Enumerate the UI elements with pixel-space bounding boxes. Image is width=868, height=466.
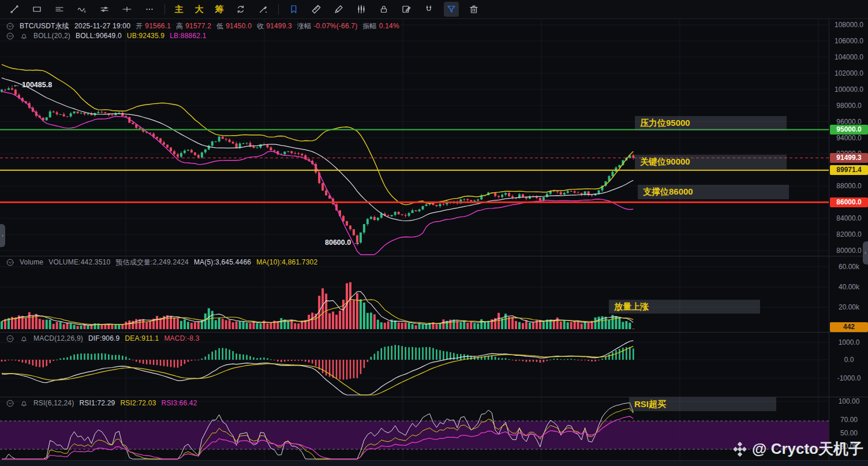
axis-tick: 84000.0 xyxy=(829,214,868,222)
price-badge: 442 xyxy=(830,322,868,332)
header-segment: 91566.1 xyxy=(145,22,171,30)
trash-icon[interactable] xyxy=(466,2,481,17)
cross-line-icon[interactable] xyxy=(119,2,134,17)
axis-tick: 1000.0 xyxy=(829,338,868,346)
header-segment: MACD(12,26,9) xyxy=(33,334,83,342)
header-segment: RSI(6,12,24) xyxy=(33,399,74,407)
price-badge: 95000.0 xyxy=(830,125,868,135)
header-segment: RSI2:72.03 xyxy=(120,399,156,407)
alarm-icon[interactable] xyxy=(20,32,28,40)
header-segment: RSI3:66.42 xyxy=(162,399,197,407)
right-panel-toggle[interactable]: ‹ xyxy=(863,241,868,264)
price-badge: 91499.3 xyxy=(830,153,868,163)
header-segment: RSI1:72.29 xyxy=(79,399,115,407)
big-view-button[interactable]: 大 xyxy=(193,4,205,15)
rsi-overbought-label[interactable]: RSI超买 xyxy=(629,397,776,411)
axis-tick: 20.00k xyxy=(829,303,868,311)
axis-tick: 50.00 xyxy=(829,429,868,437)
axis-tick: 108000.0 xyxy=(829,21,868,29)
header-segment: 振幅 xyxy=(362,21,376,31)
axis-tick: 80000.0 xyxy=(829,247,868,255)
header-segment: BOLL(20,2) xyxy=(33,32,70,40)
support-label[interactable]: 支撑位86000 xyxy=(638,185,789,199)
pane-separator[interactable] xyxy=(0,332,868,333)
toolbar-separator xyxy=(164,4,165,14)
header-segment: 91450.0 xyxy=(226,22,252,30)
time-axis-strip[interactable] xyxy=(0,460,868,466)
pen-icon[interactable] xyxy=(331,2,346,17)
header-segment: 预估成交量:2,249.2424 xyxy=(115,258,189,267)
watermark: @ Crycto天机子 xyxy=(732,439,863,459)
axis-tick: 0.0 xyxy=(829,356,868,364)
main-indicator-button[interactable]: 主 xyxy=(173,4,185,15)
toolbar-separator xyxy=(278,4,279,14)
header-segment: MACD:-8.3 xyxy=(164,334,199,342)
header-segment: 91577.2 xyxy=(185,22,211,30)
axis-tick: 102000.0 xyxy=(829,69,868,77)
axis-tick: 88000.0 xyxy=(829,182,868,190)
collapse-icon[interactable] xyxy=(6,399,14,408)
bookmark-icon[interactable] xyxy=(286,2,301,17)
candles-icon[interactable] xyxy=(354,2,369,17)
header-segment: 低 xyxy=(216,21,223,31)
header-segment: LB:88862.1 xyxy=(170,32,206,40)
collapse-icon[interactable] xyxy=(6,22,14,31)
axis-tick: 100000.0 xyxy=(829,85,868,94)
boll-header: BOLL(20,2)BOLL:90649.0UB:92435.9LB:88862… xyxy=(6,31,207,40)
pattern-lines-icon[interactable] xyxy=(52,2,67,17)
header-segment: Volume xyxy=(20,258,43,266)
header-segment: 2025-11-27 19:00 xyxy=(74,22,130,30)
sliders-icon[interactable] xyxy=(97,2,112,17)
header-segment: 高 xyxy=(176,21,183,31)
low-marker: 80600.0 → xyxy=(325,238,360,247)
chips-button[interactable]: 筹 xyxy=(213,4,226,15)
alarm-icon[interactable] xyxy=(20,399,28,408)
rectangle-icon[interactable] xyxy=(29,2,44,17)
drawing-toolbar: 6主大筹 xyxy=(0,0,868,19)
refresh-icon[interactable] xyxy=(233,2,248,17)
header-segment: 91499.3 xyxy=(266,22,292,30)
magnet-icon[interactable] xyxy=(421,2,436,17)
pane-separator[interactable] xyxy=(0,256,868,256)
high-marker: ← 100485.8 xyxy=(13,81,52,89)
axis-tick: 82000.0 xyxy=(829,230,868,238)
axis-tick: 98000.0 xyxy=(829,102,868,110)
pane-separator xyxy=(0,460,868,461)
lock-icon[interactable] xyxy=(376,2,391,17)
header-segment: 开 xyxy=(136,21,143,31)
trend-line-icon[interactable] xyxy=(7,2,22,17)
volume-header: VolumeVOLUME:442.3510预估成交量:2,249.2424MA(… xyxy=(6,258,317,267)
collapse-icon[interactable] xyxy=(6,258,14,267)
header-segment: BOLL:90649.0 xyxy=(76,32,122,40)
header-segment: VOLUME:442.3510 xyxy=(48,258,110,266)
collapse-icon[interactable] xyxy=(6,32,14,40)
svg-text:6: 6 xyxy=(84,10,85,13)
brush-icon[interactable] xyxy=(256,2,271,17)
note-edit-icon[interactable] xyxy=(399,2,414,17)
ruler-icon[interactable] xyxy=(309,2,324,17)
more-icon[interactable] xyxy=(142,2,157,17)
chart-svg[interactable] xyxy=(0,19,829,460)
axis-tick: 70.00 xyxy=(829,416,868,424)
header-segment: MA(10):4,861.7302 xyxy=(256,258,317,266)
collapse-icon[interactable] xyxy=(6,334,14,343)
left-panel-toggle[interactable]: › xyxy=(0,224,5,247)
axis-tick: 104000.0 xyxy=(829,53,868,61)
resistance-label[interactable]: 压力位95000 xyxy=(635,116,787,131)
volume-up-label[interactable]: 放量上涨 xyxy=(609,300,760,314)
key-level-label[interactable]: 关键位90000 xyxy=(635,155,787,169)
header-segment: BTC/USDT永续 xyxy=(20,21,69,31)
elliott-wave-icon[interactable]: 6 xyxy=(74,2,89,17)
header-segment: DEA:911.1 xyxy=(125,334,159,342)
trading-app: 6主大筹 BTC/USDT永续2025-11-27 19:00开91566.1高… xyxy=(0,0,868,466)
price-badge: 86000.0 xyxy=(830,197,868,207)
diamond-logo-icon xyxy=(732,442,747,457)
alarm-icon[interactable] xyxy=(20,334,28,343)
axis-tick: 106000.0 xyxy=(829,37,868,45)
ohlc-header: BTC/USDT永续2025-11-27 19:00开91566.1高91577… xyxy=(6,21,399,31)
header-segment: MA(5):3,645.4466 xyxy=(194,258,251,266)
filter-icon[interactable] xyxy=(444,2,459,17)
rsi-header: RSI(6,12,24)RSI1:72.29RSI2:72.03RSI3:66.… xyxy=(6,398,197,408)
axis-tick: 40.00k xyxy=(829,283,868,291)
price-axis[interactable]: 108000.0106000.0104000.0102000.0100000.0… xyxy=(829,19,868,460)
